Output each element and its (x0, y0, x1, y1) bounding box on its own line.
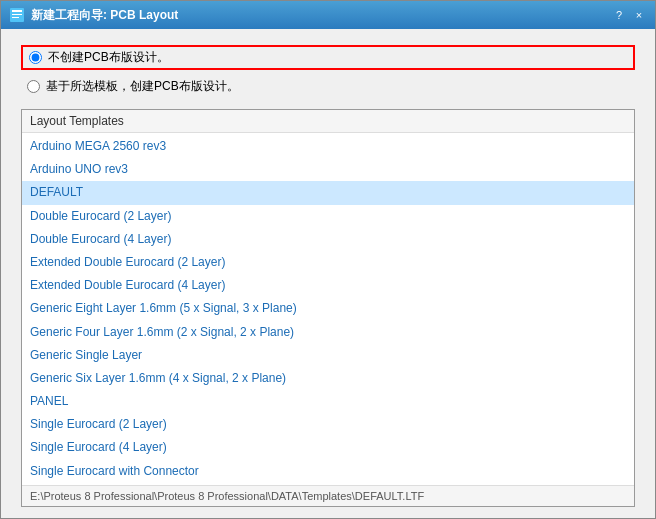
svg-rect-1 (12, 10, 22, 12)
button-row: 后退 下一步 取消 帮助 (21, 515, 635, 519)
list-item[interactable]: Generic Four Layer 1.6mm (2 x Signal, 2 … (22, 321, 634, 344)
dialog-content: 不创建PCB布版设计。 基于所选模板，创建PCB布版设计。 Layout Tem… (1, 29, 655, 519)
option1-radio-label[interactable]: 不创建PCB布版设计。 (21, 45, 635, 70)
list-item[interactable]: Arduino UNO rev3 (22, 158, 634, 181)
title-bar: 新建工程向导: PCB Layout ? × (1, 1, 655, 29)
list-header: Layout Templates (22, 110, 634, 133)
list-item[interactable]: Double Eurocard (4 Layer) (22, 228, 634, 251)
template-list-container: Layout Templates Arduino MEGA 2560 rev3A… (21, 109, 635, 507)
list-item[interactable]: Generic Single Layer (22, 344, 634, 367)
list-item[interactable]: Arduino MEGA 2560 rev3 (22, 135, 634, 158)
status-path: E:\Proteus 8 Professional\Proteus 8 Prof… (22, 485, 634, 506)
list-item[interactable]: Single Eurocard (4 Layer) (22, 436, 634, 459)
svg-rect-3 (12, 17, 19, 18)
svg-rect-2 (12, 14, 22, 15)
list-item[interactable]: PANEL (22, 390, 634, 413)
window-title: 新建工程向导: PCB Layout (31, 7, 178, 24)
main-window: 新建工程向导: PCB Layout ? × 不创建PCB布版设计。 基于所选模… (0, 0, 656, 519)
window-icon (9, 7, 25, 23)
option1-label: 不创建PCB布版设计。 (48, 49, 169, 66)
list-item[interactable]: DEFAULT (22, 181, 634, 204)
close-button[interactable]: × (631, 7, 647, 23)
list-item[interactable]: Double Eurocard (2 Layer) (22, 205, 634, 228)
option2-radio[interactable] (27, 80, 40, 93)
help-button[interactable]: ? (611, 7, 627, 23)
option2-radio-label[interactable]: 基于所选模板，创建PCB布版设计。 (21, 76, 635, 97)
list-item[interactable]: Generic Eight Layer 1.6mm (5 x Signal, 3… (22, 297, 634, 320)
list-body[interactable]: Arduino MEGA 2560 rev3Arduino UNO rev3DE… (22, 133, 634, 485)
list-item[interactable]: Generic Six Layer 1.6mm (4 x Signal, 2 x… (22, 367, 634, 390)
list-item[interactable]: Single Eurocard (2 Layer) (22, 413, 634, 436)
title-bar-left: 新建工程向导: PCB Layout (9, 7, 178, 24)
list-item[interactable]: Single Eurocard with Connector (22, 460, 634, 483)
option1-radio[interactable] (29, 51, 42, 64)
title-bar-controls: ? × (611, 7, 647, 23)
list-item[interactable]: Extended Double Eurocard (4 Layer) (22, 274, 634, 297)
list-item[interactable]: Extended Double Eurocard (2 Layer) (22, 251, 634, 274)
option2-label: 基于所选模板，创建PCB布版设计。 (46, 78, 239, 95)
